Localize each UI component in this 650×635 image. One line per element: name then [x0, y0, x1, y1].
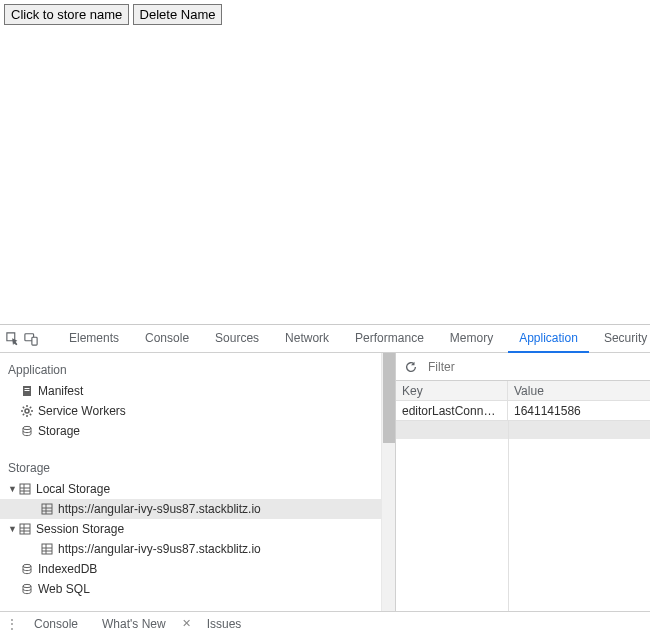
tree-item-indexeddb[interactable]: IndexedDB — [0, 559, 381, 579]
svg-point-32 — [23, 584, 31, 587]
reload-icon[interactable] — [400, 360, 422, 374]
svg-line-11 — [30, 414, 31, 415]
svg-rect-19 — [42, 504, 52, 514]
drawer-drag-icon[interactable]: ⋮ — [6, 617, 18, 631]
chevron-down-icon[interactable]: ▼ — [8, 524, 18, 534]
label: Storage — [38, 424, 80, 438]
sidebar-scrollbar[interactable] — [381, 353, 395, 611]
tree-item-local-storage[interactable]: ▼ Local Storage — [0, 479, 381, 499]
tree-item-session-storage[interactable]: ▼ Session Storage — [0, 519, 381, 539]
svg-rect-15 — [20, 484, 30, 494]
tree-item-websql[interactable]: Web SQL — [0, 579, 381, 599]
svg-rect-23 — [20, 524, 30, 534]
tree-item-session-storage-origin[interactable]: https://angular-ivy-s9us87.stackblitz.io — [0, 539, 381, 559]
tab-elements[interactable]: Elements — [58, 325, 130, 353]
devtools-body: Application Manifest Service Workers — [0, 353, 650, 611]
tab-application[interactable]: Application — [508, 325, 589, 353]
kv-cell-value[interactable]: 1641141586 — [508, 401, 650, 420]
close-icon[interactable]: ✕ — [182, 617, 191, 630]
gear-icon — [20, 404, 34, 418]
tree-item-local-storage-origin[interactable]: https://angular-ivy-s9us87.stackblitz.io — [0, 499, 381, 519]
db-icon — [20, 582, 34, 596]
label: IndexedDB — [38, 562, 97, 576]
label: Web SQL — [38, 582, 90, 596]
sidebar-item-storage[interactable]: Storage — [0, 421, 381, 441]
app-page: Click to store name Delete Name — [0, 0, 650, 324]
db-icon — [20, 562, 34, 576]
kv-grid[interactable] — [396, 421, 650, 611]
tab-network[interactable]: Network — [274, 325, 340, 353]
application-tree: Manifest Service Workers Storage — [0, 381, 381, 441]
storage-viewer: Key Value editorLastConnec... 1641141586 — [395, 353, 650, 611]
svg-line-12 — [23, 414, 24, 415]
tab-security[interactable]: Security — [593, 325, 650, 353]
devtools-drawer: ⋮ Console What's New ✕ Issues — [0, 611, 650, 635]
storage-tree: ▼ Local Storage https://angular-ivy-s9us… — [0, 479, 381, 599]
svg-rect-4 — [25, 390, 30, 391]
tab-console[interactable]: Console — [134, 325, 200, 353]
svg-rect-1 — [32, 337, 37, 345]
manifest-icon — [20, 384, 34, 398]
kv-header: Key Value — [396, 381, 650, 401]
chevron-down-icon[interactable]: ▼ — [8, 484, 18, 494]
label: Local Storage — [36, 482, 110, 496]
svg-point-31 — [23, 564, 31, 567]
sidebar-item-service-workers[interactable]: Service Workers — [0, 401, 381, 421]
kv-header-value[interactable]: Value — [508, 381, 650, 400]
storage-icon — [18, 522, 32, 536]
tab-memory[interactable]: Memory — [439, 325, 504, 353]
label: Session Storage — [36, 522, 124, 536]
kv-header-key[interactable]: Key — [396, 381, 508, 400]
label: Manifest — [38, 384, 83, 398]
drawer-tab-console[interactable]: Console — [26, 612, 86, 636]
label: Service Workers — [38, 404, 126, 418]
svg-rect-27 — [42, 544, 52, 554]
kv-row[interactable]: editorLastConnec... 1641141586 — [396, 401, 650, 421]
tab-performance[interactable]: Performance — [344, 325, 435, 353]
application-sidebar: Application Manifest Service Workers — [0, 353, 381, 611]
label: https://angular-ivy-s9us87.stackblitz.io — [58, 542, 261, 556]
svg-point-14 — [23, 426, 31, 429]
drawer-tab-issues[interactable]: Issues — [199, 612, 250, 636]
inspect-icon[interactable] — [6, 331, 20, 347]
drawer-tab-whatsnew[interactable]: What's New — [94, 612, 174, 636]
svg-line-13 — [30, 407, 31, 408]
kv-cell-key[interactable]: editorLastConnec... — [396, 401, 508, 420]
section-title-storage: Storage — [0, 455, 381, 479]
section-title-application: Application — [0, 357, 381, 381]
sidebar-wrap: Application Manifest Service Workers — [0, 353, 395, 611]
label: https://angular-ivy-s9us87.stackblitz.io — [58, 502, 261, 516]
store-name-button[interactable]: Click to store name — [4, 4, 129, 25]
storage-icon — [40, 542, 54, 556]
device-toggle-icon[interactable] — [24, 331, 38, 347]
devtools-tabstrip: Elements Console Sources Network Perform… — [0, 325, 650, 353]
svg-rect-3 — [25, 388, 30, 389]
tab-sources[interactable]: Sources — [204, 325, 270, 353]
devtools-panel: Elements Console Sources Network Perform… — [0, 324, 650, 635]
db-icon — [20, 424, 34, 438]
delete-name-button[interactable]: Delete Name — [133, 4, 223, 25]
svg-line-10 — [23, 407, 24, 408]
storage-icon — [18, 482, 32, 496]
kv-row-empty-selected[interactable] — [396, 421, 650, 439]
storage-icon — [40, 502, 54, 516]
column-divider[interactable] — [508, 421, 509, 611]
svg-point-5 — [25, 409, 29, 413]
storage-toolbar — [396, 353, 650, 381]
scrollbar-thumb[interactable] — [383, 353, 395, 443]
filter-input[interactable] — [422, 356, 646, 378]
sidebar-item-manifest[interactable]: Manifest — [0, 381, 381, 401]
